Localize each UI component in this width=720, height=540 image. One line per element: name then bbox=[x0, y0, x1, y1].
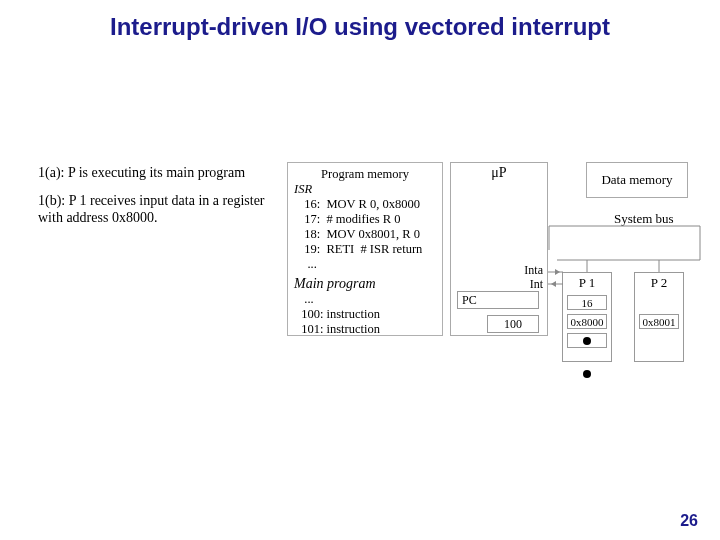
isr-line-dots: ... bbox=[298, 257, 436, 272]
mp-line-101: 101: instruction bbox=[298, 322, 436, 337]
peripheral-2-addr-slot: 0x8001 bbox=[639, 314, 679, 329]
pc-value-box: 100 bbox=[487, 315, 539, 333]
isr-line-17: 17: # modifies R 0 bbox=[298, 212, 436, 227]
pc-label: PC bbox=[458, 293, 481, 308]
step-1b: 1(b): P 1 receives input data in a regis… bbox=[38, 192, 274, 227]
int-pin-label: Int bbox=[530, 277, 543, 292]
peripheral-2-label: P 2 bbox=[635, 275, 683, 291]
inta-pin-label: Inta bbox=[524, 263, 543, 278]
peripheral-1-label: P 1 bbox=[563, 275, 611, 291]
peripheral-1-box: P 1 16 0x8000 bbox=[562, 272, 612, 362]
peripheral-1-addr-slot: 0x8000 bbox=[567, 314, 607, 329]
peripheral-2-box: P 2 0x8001 bbox=[634, 272, 684, 362]
peripheral-1-data-slot bbox=[567, 333, 607, 348]
step-1a: 1(a): P is executing its main program bbox=[38, 164, 274, 182]
isr-line-19: 19: RETI # ISR return bbox=[298, 242, 436, 257]
peripheral-1-vector-slot: 16 bbox=[567, 295, 607, 310]
slide-number: 26 bbox=[680, 512, 698, 530]
data-memory-box: Data memory bbox=[586, 162, 688, 198]
microprocessor-box: μP Inta Int PC 100 bbox=[450, 162, 548, 336]
isr-line-16: 16: MOV R 0, 0x8000 bbox=[298, 197, 436, 212]
program-memory-box: Program memory ISR 16: MOV R 0, 0x8000 1… bbox=[287, 162, 443, 336]
main-program-label: Main program bbox=[294, 276, 436, 292]
step-descriptions: 1(a): P is executing its main program 1(… bbox=[38, 164, 274, 237]
slide-title: Interrupt-driven I/O using vectored inte… bbox=[50, 12, 670, 42]
arrow-icon bbox=[555, 269, 560, 275]
mu-p-label: μP bbox=[451, 165, 547, 181]
program-memory-header: Program memory bbox=[294, 167, 436, 182]
data-dot-icon bbox=[583, 337, 591, 345]
system-bus-label: System bus bbox=[614, 211, 674, 227]
mp-line-dots: ... bbox=[298, 292, 436, 307]
input-data-dot-icon bbox=[583, 370, 591, 378]
pc-value: 100 bbox=[504, 317, 522, 332]
mp-line-100: 100: instruction bbox=[298, 307, 436, 322]
arrow-icon bbox=[551, 281, 556, 287]
isr-line-18: 18: MOV 0x8001, R 0 bbox=[298, 227, 436, 242]
pc-register: PC bbox=[457, 291, 539, 309]
isr-label: ISR bbox=[294, 182, 436, 197]
peripheral-2-empty-slot bbox=[639, 333, 679, 348]
